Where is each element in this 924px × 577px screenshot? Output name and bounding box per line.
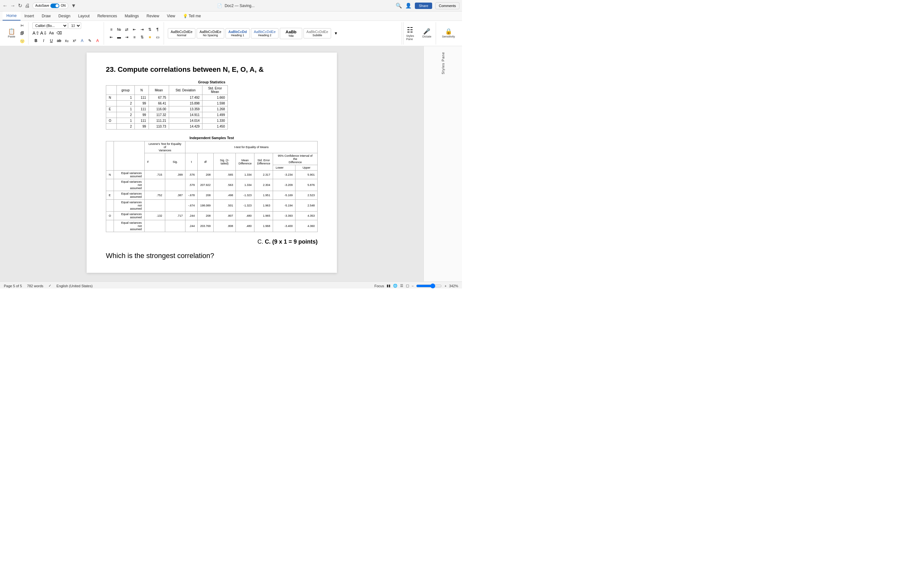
align-center-button[interactable]: ▬ [115,34,123,41]
sort-button[interactable]: ⇅ [146,26,153,33]
proofing-icon[interactable]: ✓ [48,284,51,288]
italic-button[interactable]: I [40,37,47,44]
document-heading: 23. Compute correlations between N, E, O… [106,65,318,74]
dictate-button[interactable]: 🎤 Dictate [420,27,433,39]
ist-f-e1: .752 [144,191,165,200]
highlight-button[interactable]: ✎ [86,37,94,44]
align-left-button[interactable]: ⇤ [108,34,115,41]
view-outline-icon[interactable]: ☰ [400,284,403,288]
style-normal[interactable]: AaBbCcDdEe Normal [168,28,195,39]
style-no-spacing[interactable]: AaBbCcDdEe No Spacing [197,28,224,39]
subscript-button[interactable]: x₂ [63,37,70,44]
show-marks-button[interactable]: ¶ [154,26,161,33]
dictate-label: Dictate [422,35,431,38]
cut-button[interactable]: ✄ [19,22,26,29]
font-color-button[interactable]: A [94,37,101,44]
paste-button[interactable]: 📋 Paste [5,27,18,39]
ist-sig-n1: .399 [165,171,186,179]
gs-header-sd: Std. Deviation [169,85,202,95]
tab-home[interactable]: Home [3,11,21,21]
increase-font-button[interactable]: A⇧ [32,29,39,37]
ist-header-empty2 [114,141,145,171]
ist-sig2-n2: .563 [213,179,236,191]
search-icon[interactable]: 🔍 [396,3,402,9]
copy-button[interactable]: 🗐 [19,30,26,37]
strikethrough-button[interactable]: ab [55,37,63,44]
sensitivity-icon: 🔒 [445,29,452,34]
ist-sig-e1: .387 [165,191,186,200]
bold-button[interactable]: B [32,37,39,44]
superscript-button[interactable]: x² [71,37,78,44]
view-normal-icon[interactable]: ▮▮ [387,284,391,288]
focus-button[interactable]: Focus [375,284,384,288]
sensitivity-button[interactable]: 🔒 Sensitivity [440,27,457,39]
view-web-icon[interactable]: 🌐 [393,284,397,288]
gs-group-e2: 2 [116,112,134,118]
decrease-indent-button[interactable]: ⇤ [131,26,138,33]
ist-t-e1: -.678 [186,191,198,200]
ist-t-n1: .576 [186,171,198,179]
justify-button[interactable]: ≡ [131,34,138,41]
align-right-button[interactable]: ⇥ [123,34,130,41]
tab-layout[interactable]: Layout [74,12,94,20]
gs-row-o2: 2 99 110.73 14.429 1.450 [106,124,228,129]
gs-row-n1: N 1 111 67.75 17.492 1.660 [106,95,228,101]
zoom-in-button[interactable]: + [444,284,446,288]
tab-insert[interactable]: Insert [21,12,38,20]
gs-n-e1: 111 [134,106,149,112]
gs-header-n: N [134,85,149,95]
style-heading1[interactable]: AaBbCcDd Heading 1 [226,28,250,39]
comments-button[interactable]: Comments [435,2,459,9]
tab-review[interactable]: Review [143,12,163,20]
dictate-icon: 🎤 [423,29,430,34]
ist-sig2-e2: .501 [213,200,236,211]
more-styles-button[interactable]: ▼ [333,30,339,37]
increase-indent-button[interactable]: ⇥ [139,26,145,33]
style-title-preview: AaBb [283,29,299,34]
bullets-button[interactable]: ≡ [108,26,115,33]
refresh-icon[interactable]: ↻ [18,3,22,9]
ist-lower-o1: -3.393 [273,211,296,220]
styles-pane-button[interactable]: ☷ StylesPane [403,22,417,45]
tab-design[interactable]: Design [55,12,74,20]
print-icon[interactable]: 🖨 [25,3,30,9]
forward-icon[interactable]: → [10,3,15,9]
numbering-button[interactable]: № [115,26,123,33]
line-spacing-button[interactable]: ⇅ [139,34,145,41]
ist-f-n1: .715 [144,171,165,179]
view-read-icon[interactable]: ▢ [406,284,409,288]
ribbon-group-styles: AaBbCcDdEe Normal AaBbCcDdEe No Spacing … [165,22,402,45]
zoom-out-button[interactable]: − [412,284,414,288]
change-case-button[interactable]: Aa [48,29,55,37]
borders-button[interactable]: ▭ [154,34,161,41]
profile-icon[interactable]: 👤 [405,3,412,9]
font-size-select[interactable]: 11 [68,23,81,29]
customize-icon[interactable]: ▼ [71,3,76,9]
shading-button[interactable]: ■ [146,34,153,41]
format-painter-button[interactable]: 🌝 [19,37,26,45]
tab-references[interactable]: References [94,12,121,20]
style-heading2[interactable]: AaBbCcDdEe Heading 2 [251,28,278,39]
style-subtitle[interactable]: AaBbCcDdEe Subtitle [304,28,331,39]
autosave-badge[interactable]: AutoSave ON [32,3,68,9]
font-family-select[interactable]: Calibri (Bo... [32,23,68,29]
ist-row-o2: Equal variances notassumed .244 203.769 … [106,220,318,232]
text-effects-button[interactable]: A [79,37,86,44]
autosave-toggle[interactable] [50,3,59,8]
style-title[interactable]: AaBb Title [280,28,302,39]
underline-button[interactable]: U [48,37,55,44]
gs-row-o1: O 1 111 111.21 14.014 1.330 [106,118,228,124]
ist-df-n2: 207.922 [198,179,214,191]
multilevel-button[interactable]: ⇄ [123,26,130,33]
independent-samples-table: Levene's Test for Equality ofVariances t… [106,141,318,232]
tab-draw[interactable]: Draw [38,12,55,20]
clear-format-button[interactable]: ⌫ [55,29,63,37]
tab-view[interactable]: View [163,12,179,20]
share-button[interactable]: Share [415,3,432,9]
decrease-font-button[interactable]: A⇩ [40,29,47,37]
tab-tell-me[interactable]: 💡 Tell me [179,12,205,20]
zoom-slider[interactable] [416,284,442,288]
font-select-row: Calibri (Bo... 11 [32,23,101,29]
tab-mailings[interactable]: Mailings [121,12,143,20]
back-icon[interactable]: ← [3,3,8,9]
